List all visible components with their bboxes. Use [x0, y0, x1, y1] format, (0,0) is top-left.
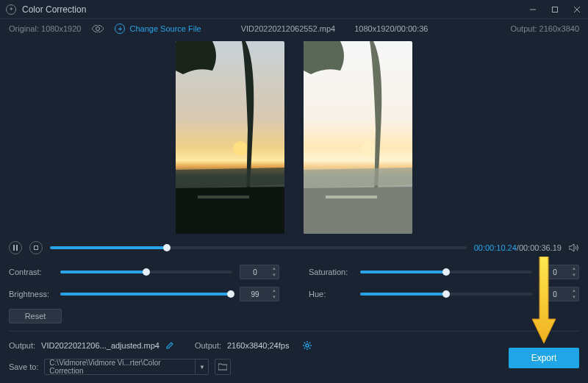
contrast-label: Contrast:	[9, 268, 53, 276]
preview-edited	[304, 41, 412, 234]
brightness-value: 99	[240, 290, 270, 298]
stop-button[interactable]	[29, 241, 43, 254]
hue-row: Hue: 0▲▼	[309, 287, 579, 301]
brightness-down[interactable]: ▼	[270, 294, 279, 301]
window-title: Color Correction	[22, 4, 528, 15]
svg-rect-1	[553, 7, 558, 12]
contrast-slider[interactable]	[60, 271, 232, 273]
hue-spinner[interactable]: 0▲▼	[539, 287, 579, 301]
export-area: Export	[509, 348, 579, 368]
brightness-up[interactable]: ▲	[270, 287, 279, 294]
output-row: Output: VID2022021206..._adjusted.mp4 Ou…	[9, 337, 579, 354]
hue-down[interactable]: ▼	[570, 294, 578, 301]
contrast-up[interactable]: ▲	[270, 265, 279, 272]
source-meta: 1080x1920/00:00:36	[354, 24, 428, 33]
saturation-slider[interactable]	[360, 271, 532, 273]
contrast-spinner[interactable]: 0▲▼	[240, 265, 279, 279]
saturation-up[interactable]: ▲	[570, 265, 578, 272]
saveto-dropdown[interactable]: ▼	[196, 359, 209, 375]
saturation-down[interactable]: ▼	[570, 272, 578, 279]
change-source-button[interactable]: + Change Source File	[115, 24, 201, 34]
plus-icon: +	[115, 24, 125, 34]
time-display: 00:00:10.24/00:00:36.19	[474, 243, 562, 252]
svg-rect-7	[198, 196, 249, 198]
controls: 00:00:10.24/00:00:36.19 Contrast: 0▲▼ Br…	[0, 238, 588, 376]
info-bar: Original: 1080x1920 + Change Source File…	[0, 19, 588, 38]
hue-slider[interactable]	[360, 293, 532, 296]
output-label-1: Output:	[9, 341, 35, 350]
saturation-row: Saturation: 0▲▼	[309, 265, 579, 279]
left-slider-column: Contrast: 0▲▼ Brightness: 99▲▼	[9, 265, 279, 301]
volume-icon[interactable]	[569, 243, 579, 252]
current-time: 00:00:10.24	[474, 243, 517, 252]
svg-point-4	[96, 27, 100, 31]
window-controls	[528, 4, 582, 15]
source-filename: VID20220212062552.mp4	[241, 24, 335, 33]
eye-icon[interactable]	[91, 25, 104, 32]
adjustment-sliders: Contrast: 0▲▼ Brightness: 99▲▼ Saturatio…	[9, 265, 579, 301]
close-button[interactable]	[572, 4, 582, 15]
open-folder-button[interactable]	[215, 359, 231, 375]
right-slider-column: Saturation: 0▲▼ Hue: 0▲▼	[309, 265, 579, 301]
maximize-button[interactable]	[550, 4, 560, 15]
brightness-label: Brightness:	[9, 290, 53, 298]
svg-point-6	[233, 141, 248, 156]
output-resolution: Output: 2160x3840	[510, 24, 579, 33]
seek-slider[interactable]	[50, 246, 467, 249]
titlebar: ✦ Color Correction	[0, 0, 588, 19]
change-source-label: Change Source File	[129, 24, 201, 33]
saveto-row: Save to: C:\Vidmore\Vidmore Vi...rter\Co…	[9, 358, 579, 376]
hue-value: 0	[540, 290, 570, 298]
original-resolution: Original: 1080x1920	[9, 24, 81, 33]
export-button[interactable]: Export	[509, 348, 579, 368]
svg-rect-13	[35, 246, 38, 250]
output-label-2: Output:	[195, 341, 221, 350]
hue-label: Hue:	[309, 290, 353, 298]
preview-area	[0, 38, 588, 234]
total-time: 00:00:36.19	[519, 243, 562, 252]
svg-point-9	[361, 141, 376, 156]
reset-row: Reset	[9, 309, 579, 323]
saturation-value: 0	[540, 268, 570, 276]
svg-rect-12	[16, 245, 18, 251]
contrast-down[interactable]: ▼	[270, 272, 279, 279]
saveto-path[interactable]: C:\Vidmore\Vidmore Vi...rter\Color Corre…	[44, 359, 196, 375]
minimize-button[interactable]	[528, 4, 538, 15]
app-logo-icon: ✦	[6, 4, 16, 15]
svg-rect-11	[13, 245, 15, 251]
preview-original	[176, 41, 284, 234]
settings-gear-icon[interactable]	[302, 340, 312, 351]
brightness-slider[interactable]	[60, 293, 232, 296]
contrast-row: Contrast: 0▲▼	[9, 265, 279, 279]
svg-rect-10	[326, 196, 377, 198]
divider	[9, 331, 579, 332]
reset-button[interactable]: Reset	[9, 309, 62, 323]
playback-bar: 00:00:10.24/00:00:36.19	[9, 238, 579, 257]
pause-button[interactable]	[9, 241, 22, 254]
output-filename: VID2022021206..._adjusted.mp4	[41, 341, 159, 350]
brightness-row: Brightness: 99▲▼	[9, 287, 279, 301]
contrast-value: 0	[240, 268, 270, 276]
edit-filename-icon[interactable]	[165, 341, 174, 350]
svg-point-14	[306, 344, 309, 347]
brightness-spinner[interactable]: 99▲▼	[240, 287, 279, 301]
saturation-label: Saturation:	[309, 268, 353, 276]
saturation-spinner[interactable]: 0▲▼	[539, 265, 579, 279]
output-format: 2160x3840;24fps	[227, 341, 289, 350]
hue-up[interactable]: ▲	[570, 287, 578, 294]
saveto-label: Save to:	[9, 362, 38, 371]
